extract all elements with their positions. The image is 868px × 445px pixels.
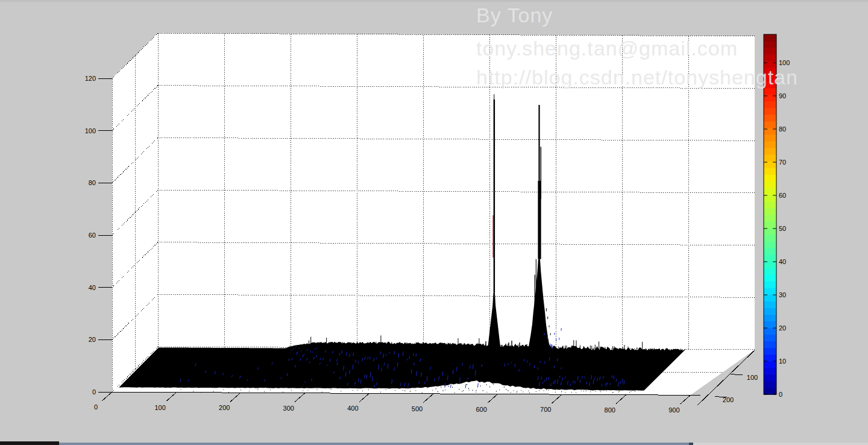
svg-text:200: 200 xyxy=(723,396,734,403)
svg-text:200: 200 xyxy=(219,404,230,411)
svg-text:60: 60 xyxy=(89,232,96,239)
watermark-line-1: By Tony xyxy=(476,4,553,27)
bottom-strip-light xyxy=(693,443,868,445)
svg-text:20: 20 xyxy=(779,324,786,332)
watermark-line-2: tony.sheng.tan@gmail.com xyxy=(476,37,738,60)
svg-text:100: 100 xyxy=(747,374,758,381)
svg-text:90: 90 xyxy=(779,92,786,99)
svg-text:0: 0 xyxy=(92,388,96,396)
svg-text:0: 0 xyxy=(94,403,98,411)
svg-text:60: 60 xyxy=(779,192,786,199)
svg-text:20: 20 xyxy=(89,336,96,343)
svg-text:50: 50 xyxy=(779,225,786,232)
svg-text:100: 100 xyxy=(85,127,96,134)
svg-text:120: 120 xyxy=(85,75,96,82)
svg-text:80: 80 xyxy=(89,179,96,186)
svg-text:900: 900 xyxy=(668,406,679,414)
svg-text:70: 70 xyxy=(779,159,786,166)
matlab-figure-window: 0204060801001200100200300400500600700800… xyxy=(0,0,868,445)
svg-text:300: 300 xyxy=(283,405,294,412)
svg-text:80: 80 xyxy=(779,125,786,133)
svg-text:700: 700 xyxy=(540,406,551,413)
svg-text:500: 500 xyxy=(412,405,423,412)
svg-text:10: 10 xyxy=(779,358,786,365)
svg-text:0: 0 xyxy=(779,391,782,398)
watermark-line-3: http://blog.csdn.net/tonyshengtan xyxy=(476,66,798,89)
bottom-strip-window-edge xyxy=(59,443,689,445)
svg-text:400: 400 xyxy=(347,405,358,412)
svg-text:800: 800 xyxy=(605,406,615,414)
svg-text:40: 40 xyxy=(779,258,786,265)
svg-text:100: 100 xyxy=(154,404,165,411)
bottom-strip-mark xyxy=(689,443,693,445)
svg-text:600: 600 xyxy=(476,406,486,413)
svg-text:30: 30 xyxy=(779,291,786,298)
svg-text:40: 40 xyxy=(89,284,96,291)
bottom-strip-dark xyxy=(0,441,59,445)
